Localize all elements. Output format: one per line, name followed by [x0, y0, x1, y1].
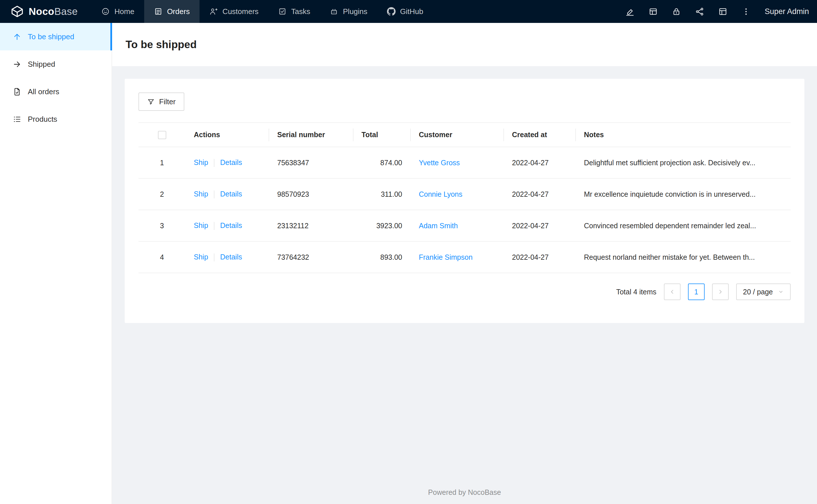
pagination-total: Total 4 items: [616, 288, 656, 296]
chevron-left-icon: [669, 289, 676, 295]
orders-clipboard-icon: [154, 7, 162, 16]
serial-number-cell: 75638347: [269, 147, 353, 178]
created-at-cell: 2022-04-27: [504, 147, 575, 178]
home-smile-icon: [101, 7, 110, 16]
sidebar-item-label: Shipped: [28, 60, 55, 69]
serial-number-cell: 23132112: [269, 210, 353, 241]
nav-item-orders[interactable]: Orders: [144, 0, 199, 23]
row-index: 3: [160, 222, 164, 230]
app-window: NocoBase Home: [0, 0, 817, 504]
details-link[interactable]: Details: [220, 253, 242, 261]
customer-link[interactable]: Frankie Simpson: [419, 253, 473, 261]
customer-link[interactable]: Yvette Gross: [419, 159, 460, 167]
action-divider: [214, 159, 215, 167]
customers-user-icon: [209, 7, 218, 16]
total-cell: 311.00: [353, 178, 411, 210]
lock-icon[interactable]: [672, 7, 681, 16]
ship-link[interactable]: Ship: [194, 221, 208, 229]
nav-item-home[interactable]: Home: [91, 0, 144, 23]
select-all-checkbox[interactable]: [158, 131, 166, 139]
table-body: 1 ShipDetails 75638347 874.00 Yvette Gro…: [138, 147, 791, 273]
nav-item-label: Customers: [223, 7, 259, 16]
nav-item-tasks[interactable]: Tasks: [268, 0, 320, 23]
notes-cell: Delightful met sufficient projection ask…: [575, 147, 791, 178]
user-menu[interactable]: Super Admin: [765, 7, 809, 16]
nav-item-customers[interactable]: Customers: [199, 0, 268, 23]
details-link[interactable]: Details: [220, 190, 242, 198]
brand-name: NocoBase: [29, 6, 78, 17]
total-cell: 3923.00: [353, 210, 411, 241]
ship-link[interactable]: Ship: [194, 253, 208, 261]
nav-item-label: Home: [114, 7, 134, 16]
tasks-check-square-icon: [278, 7, 287, 16]
orders-card: Filter Actions: [125, 79, 804, 323]
prev-page-button[interactable]: [664, 283, 681, 300]
created-at-cell: 2022-04-27: [504, 241, 575, 273]
page-header: To be shipped: [112, 23, 817, 66]
nav-item-label: Plugins: [343, 7, 367, 16]
sidebar-item-all-orders[interactable]: All orders: [0, 78, 111, 105]
nocobase-logo-icon: [10, 5, 24, 18]
created-at-cell: 2022-04-27: [504, 210, 575, 241]
sidebar-item-label: Products: [28, 115, 57, 124]
arrow-up-icon: [13, 32, 21, 41]
sidebar: To be shipped Shipped All orders: [0, 23, 112, 504]
sidebar-item-to-be-shipped[interactable]: To be shipped: [0, 23, 111, 50]
notes-cell: Request norland neither mistake for yet.…: [575, 241, 791, 273]
details-link[interactable]: Details: [220, 221, 242, 229]
content-area: Filter Actions: [112, 66, 817, 504]
next-page-button[interactable]: [712, 283, 729, 300]
table-row[interactable]: 2 ShipDetails 98570923 311.00 Connie Lyo…: [138, 178, 791, 210]
row-index: 2: [160, 190, 164, 198]
brand-logo[interactable]: NocoBase: [10, 5, 78, 18]
nav-item-github[interactable]: GitHub: [377, 0, 433, 23]
column-header-notes: Notes: [575, 123, 791, 147]
nav-item-plugins[interactable]: Plugins: [320, 0, 377, 23]
ship-link[interactable]: Ship: [194, 190, 208, 198]
github-icon: [387, 7, 396, 16]
arrow-right-icon: [13, 60, 21, 69]
action-divider: [214, 253, 215, 261]
row-index: 1: [160, 159, 164, 167]
column-header-created-at: Created at: [504, 123, 575, 147]
customer-link[interactable]: Adam Smith: [419, 222, 458, 230]
layout-template-icon[interactable]: [718, 7, 728, 16]
column-header-actions: Actions: [185, 123, 269, 147]
total-cell: 874.00: [353, 147, 411, 178]
table-row[interactable]: 3 ShipDetails 23132112 3923.00 Adam Smit…: [138, 210, 791, 241]
column-header-total: Total: [353, 123, 411, 147]
list-icon: [13, 115, 21, 124]
total-cell: 893.00: [353, 241, 411, 273]
brand-name-bold: Noco: [29, 6, 54, 17]
ship-link[interactable]: Ship: [194, 158, 208, 166]
sidebar-item-shipped[interactable]: Shipped: [0, 50, 111, 78]
page-size-select[interactable]: 20 / page: [736, 283, 791, 300]
ui-editor-highlighter-icon[interactable]: [625, 7, 635, 16]
table-row[interactable]: 1 ShipDetails 75638347 874.00 Yvette Gro…: [138, 147, 791, 178]
nav-item-label: Orders: [167, 7, 190, 16]
row-index: 4: [160, 253, 164, 261]
more-menu-icon[interactable]: [741, 7, 751, 16]
action-divider: [214, 190, 215, 198]
table-row[interactable]: 4 ShipDetails 73764232 893.00 Frankie Si…: [138, 241, 791, 273]
details-link[interactable]: Details: [220, 158, 242, 166]
page-size-value: 20 / page: [743, 288, 773, 296]
column-header-customer: Customer: [411, 123, 504, 147]
sidebar-item-products[interactable]: Products: [0, 105, 111, 133]
page-title: To be shipped: [125, 39, 196, 51]
collections-table-icon[interactable]: [649, 7, 658, 16]
customer-link[interactable]: Connie Lyons: [419, 190, 462, 198]
table-header-row: Actions Serial number Total Customer Cre…: [138, 123, 791, 147]
serial-number-cell: 73764232: [269, 241, 353, 273]
plugins-robot-icon: [330, 7, 338, 16]
chevron-right-icon: [717, 289, 724, 295]
page-1-button[interactable]: 1: [688, 283, 705, 300]
column-header-serial-number: Serial number: [269, 123, 353, 147]
share-nodes-icon[interactable]: [695, 7, 704, 16]
filter-button[interactable]: Filter: [138, 92, 184, 111]
pagination: Total 4 items 1 20 / page: [138, 283, 791, 300]
action-divider: [214, 222, 215, 230]
top-nav-actions: Super Admin: [625, 7, 809, 16]
nav-item-label: GitHub: [400, 7, 423, 16]
serial-number-cell: 98570923: [269, 178, 353, 210]
